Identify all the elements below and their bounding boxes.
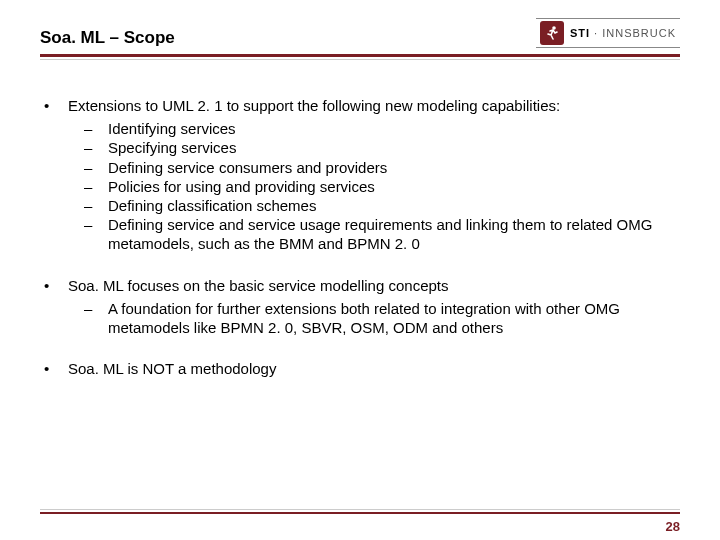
bullet-level2: –Policies for using and providing servic… [84, 177, 680, 196]
footer-divider-light [40, 509, 680, 510]
slide-body: • Extensions to UML 2. 1 to support the … [0, 60, 720, 378]
bullet-level1: • Soa. ML focuses on the basic service m… [40, 276, 680, 295]
brand-logo: STI · INNSBRUCK [536, 18, 680, 48]
bullet-mark: • [40, 276, 68, 295]
bullet-level2: –Defining service and service usage requ… [84, 215, 680, 253]
bullet-level1: • Soa. ML is NOT a methodology [40, 359, 680, 378]
brand-text: STI · INNSBRUCK [570, 27, 676, 39]
bullet-level2: –Defining service consumers and provider… [84, 158, 680, 177]
footer-divider-dark [40, 512, 680, 514]
bullet-level2: –Specifying services [84, 138, 680, 157]
page-number: 28 [666, 519, 680, 534]
bullet-text: Soa. ML focuses on the basic service mod… [68, 276, 680, 295]
bullet-mark: • [40, 96, 68, 115]
bullet-level2: –Defining classification schemes [84, 196, 680, 215]
bullet-level1: • Extensions to UML 2. 1 to support the … [40, 96, 680, 115]
bullet-level2: –Identifying services [84, 119, 680, 138]
bullet-text: Extensions to UML 2. 1 to support the fo… [68, 96, 680, 115]
bullet-mark: • [40, 359, 68, 378]
runner-icon [540, 21, 564, 45]
bullet-level2: –A foundation for further extensions bot… [84, 299, 680, 337]
bullet-text: Soa. ML is NOT a methodology [68, 359, 680, 378]
header-divider-dark [40, 54, 680, 57]
slide-title: Soa. ML – Scope [40, 28, 175, 48]
